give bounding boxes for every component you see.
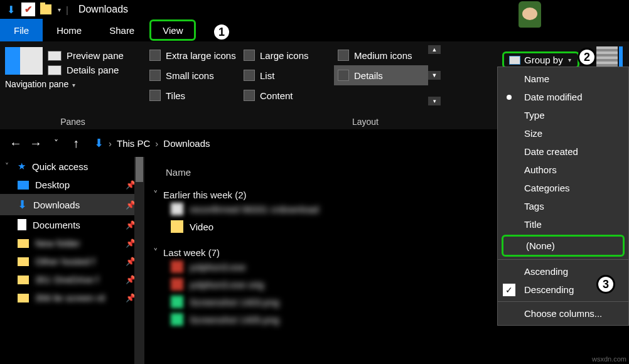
sidebar-quick-access[interactable]: ˅★Quick access [0, 157, 144, 176]
layout-xl-icons[interactable]: Extra large icons [146, 45, 240, 65]
folder-icon [18, 257, 29, 266]
file-icon [171, 296, 183, 308]
sidebar-item[interactable]: 351 OneDrive f📌 [0, 270, 144, 289]
sidebar-item[interactable]: Other hosted f📌 [0, 252, 144, 270]
menu-separator [498, 301, 628, 302]
folder-icon [18, 239, 29, 248]
star-icon: ★ [18, 161, 26, 172]
tab-home[interactable]: Home [43, 19, 95, 41]
back-button[interactable]: ← [9, 136, 23, 151]
sidebar-desktop[interactable]: Desktop📌 [0, 176, 144, 194]
qat-icon[interactable]: ✔ [21, 3, 35, 16]
xl-icons-icon [149, 50, 161, 61]
group-by-none[interactable]: (None) [502, 235, 625, 257]
menu-separator [498, 259, 628, 260]
sidebar-downloads[interactable]: ⬇Downloads📌 [0, 194, 144, 215]
app-icon: ⬇ [4, 3, 18, 16]
download-arrow-icon: ⬇ [18, 198, 27, 211]
details-pane-icon [48, 65, 62, 75]
download-arrow-icon: ⬇ [94, 136, 104, 150]
document-icon [18, 219, 26, 230]
avatar-icon [519, 1, 541, 28]
sidebar-documents[interactable]: Documents📌 [0, 215, 144, 234]
tab-file[interactable]: File [0, 19, 43, 41]
breadcrumb-this-pc[interactable]: This PC [117, 138, 150, 149]
layout-content[interactable]: Content [240, 85, 334, 105]
chevron-down-icon: ˅ [5, 162, 9, 171]
group-by-button[interactable]: Group by ▾ [502, 51, 579, 68]
file-icon [171, 278, 183, 291]
group-by-title[interactable]: Title [498, 215, 628, 233]
group-by-type[interactable]: Type [498, 106, 628, 124]
layout-scroll-down[interactable]: ▼ [428, 71, 441, 80]
navigation-pane-button[interactable]: Navigation pane ▾ [5, 79, 141, 89]
annotation-3: 3 [596, 275, 615, 294]
divider: | [66, 4, 68, 15]
file-icon [171, 203, 183, 215]
ribbon-group-panes: Preview pane Details pane Navigation pan… [0, 41, 146, 129]
up-button[interactable]: ↑ [69, 136, 83, 151]
file-icon [171, 313, 183, 326]
layout-small-icons[interactable]: Small icons [146, 65, 240, 85]
panes-group-label: Panes [5, 117, 141, 129]
layout-medium-icons[interactable]: Medium icons [334, 45, 428, 65]
chevron-down-icon: ˅ [153, 189, 158, 200]
group-by-name[interactable]: Name [498, 70, 628, 88]
watermark: wsxdn.com [592, 355, 626, 363]
group-by-categories[interactable]: Categories [498, 179, 628, 197]
chevron-right-icon: › [109, 138, 112, 149]
content-icon [244, 90, 255, 101]
preview-pane-icon [48, 51, 62, 61]
group-by-tags[interactable]: Tags [498, 197, 628, 215]
quick-folder-icon[interactable] [39, 3, 53, 16]
chevron-right-icon: › [155, 138, 158, 149]
chevron-down-icon: ▾ [568, 56, 571, 63]
group-by-size[interactable]: Size [498, 124, 628, 142]
checkmark-icon: ✓ [503, 284, 515, 296]
sidebar-item[interactable]: 356 lie screen rd📌 [0, 289, 144, 307]
annotation-2: 2 [578, 48, 596, 67]
scrollbar-thumb[interactable] [136, 157, 143, 182]
chevron-down-icon: ˅ [153, 247, 158, 258]
small-icons-icon [149, 70, 161, 81]
chevron-down-icon: ▾ [72, 82, 75, 88]
breadcrumb-downloads[interactable]: Downloads [163, 138, 210, 149]
qat-dropdown-icon[interactable]: ▾ [58, 6, 61, 13]
folder-icon [18, 276, 29, 284]
layout-expand[interactable]: ▾ [428, 97, 441, 105]
group-by-date-created[interactable]: Date created [498, 142, 628, 161]
sidebar-item[interactable]: New folder📌 [0, 234, 144, 252]
layout-tiles[interactable]: Tiles [146, 85, 240, 105]
details-icon [338, 70, 349, 81]
annotation-1: 1 [212, 23, 231, 41]
large-icons-icon [244, 50, 255, 61]
layout-list[interactable]: List [240, 65, 334, 85]
desktop-icon [18, 181, 29, 190]
sidebar-scrollbar[interactable] [134, 157, 144, 364]
group-by-icon [509, 56, 520, 65]
layout-scroll-up[interactable]: ▲ [428, 45, 441, 54]
details-pane-button[interactable]: Details pane [48, 65, 141, 75]
file-icon [171, 260, 183, 273]
recent-locations-button[interactable]: ˅ [49, 138, 63, 148]
group-by-date-modified[interactable]: Date modified [498, 88, 628, 106]
forward-button[interactable]: → [29, 136, 43, 151]
tab-share[interactable]: Share [95, 19, 148, 41]
group-by-choose-columns[interactable]: Choose columns... [498, 304, 628, 323]
folder-icon [18, 294, 29, 302]
medium-icons-icon [338, 50, 349, 61]
radio-selected-icon [507, 95, 512, 100]
preview-pane-button[interactable]: Preview pane [48, 50, 141, 61]
tab-view[interactable]: View [149, 19, 196, 41]
group-by-authors[interactable]: Authors [498, 161, 628, 179]
layout-large-icons[interactable]: Large icons [240, 45, 334, 65]
navigation-pane-icon [5, 47, 43, 75]
breadcrumb[interactable]: ⬇ › This PC › Downloads [94, 136, 210, 150]
window-title: Downloads [78, 4, 128, 15]
tiles-icon [149, 90, 161, 101]
layout-details[interactable]: Details [334, 65, 428, 85]
folder-icon [171, 220, 183, 233]
list-icon [244, 70, 255, 81]
download-arrow-icon: ⬇ [7, 4, 15, 16]
navigation-pane: ˅★Quick access Desktop📌 ⬇Downloads📌 Docu… [0, 157, 144, 364]
